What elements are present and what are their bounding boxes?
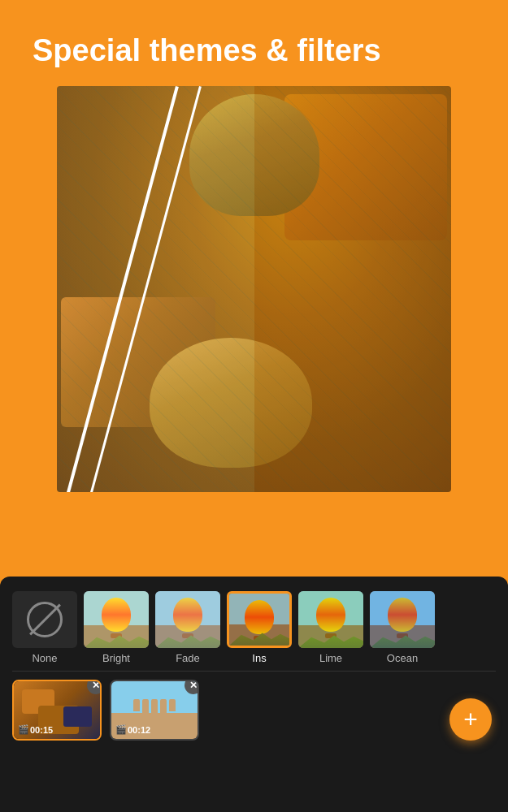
filter-lime-thumb <box>298 591 363 648</box>
filter-bright-thumb <box>84 591 149 648</box>
filter-bright[interactable]: Bright <box>84 591 149 664</box>
filter-ocean[interactable]: Ocean <box>370 591 435 664</box>
fade-color-overlay <box>155 591 220 648</box>
filter-ins-label: Ins <box>252 652 266 664</box>
add-clip-button[interactable]: + <box>449 698 492 741</box>
fade-balloon-bg <box>155 591 220 648</box>
filter-ocean-label: Ocean <box>387 652 418 664</box>
lime-color-overlay <box>298 591 363 648</box>
ins-split-overlay <box>254 86 452 492</box>
filter-none-thumb <box>12 591 77 648</box>
tower-3 <box>151 699 158 722</box>
bottom-panel: None Bright <box>0 577 508 812</box>
filter-none-label: None <box>32 652 57 664</box>
page-title: Special themes & filters <box>33 32 475 70</box>
timeline-row: ✕ 🎬 00:15 ✕ 🎬 00:12 + <box>0 672 508 749</box>
clip-2-video-icon: 🎬 <box>115 724 127 735</box>
filter-lime[interactable]: Lime <box>298 591 363 664</box>
clip-1-duration: 00:15 <box>30 725 53 735</box>
filter-fade-thumb <box>155 591 220 648</box>
filter-ins-thumb <box>227 591 292 648</box>
timeline-clip-2[interactable]: ✕ 🎬 00:12 <box>110 680 199 741</box>
ocean-color-overlay <box>370 591 435 648</box>
filter-ocean-thumb <box>370 591 435 648</box>
tower-4 <box>160 699 167 715</box>
main-image-container <box>57 86 451 492</box>
tower-1 <box>133 699 140 711</box>
filter-fade-label: Fade <box>176 652 200 664</box>
filter-none[interactable]: None <box>12 591 77 664</box>
clip-1-video-icon: 🎬 <box>18 724 29 735</box>
bright-balloon-bg <box>84 591 149 648</box>
filters-row: None Bright <box>0 577 508 671</box>
food-background <box>57 86 451 492</box>
filter-ins[interactable]: Ins <box>227 591 292 664</box>
tower-2 <box>142 699 149 715</box>
bright-split-overlay <box>57 86 254 492</box>
sagrada-towers <box>133 699 176 722</box>
header-section: Special themes & filters <box>0 0 508 86</box>
ins-balloon-bg <box>229 594 289 646</box>
clip-2-duration: 00:12 <box>128 725 150 735</box>
lime-balloon-bg <box>298 591 363 648</box>
tower-5 <box>169 699 176 711</box>
filter-lime-label: Lime <box>319 652 342 664</box>
ocean-balloon-bg <box>370 591 435 648</box>
filter-bright-label: Bright <box>102 652 130 664</box>
timeline-clip-1[interactable]: ✕ 🎬 00:15 <box>12 680 102 741</box>
filter-fade[interactable]: Fade <box>155 591 220 664</box>
bright-color-overlay <box>84 591 149 648</box>
ins-color-overlay <box>229 594 289 646</box>
none-icon <box>27 602 63 637</box>
